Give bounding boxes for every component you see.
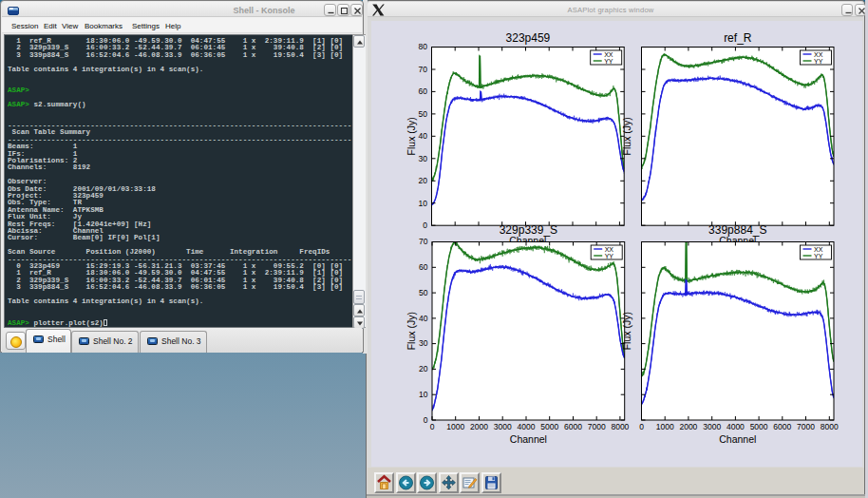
svg-text:10: 10 xyxy=(419,199,428,208)
svg-text:70: 70 xyxy=(419,65,428,74)
svg-text:5000: 5000 xyxy=(540,422,558,431)
svg-text:0: 0 xyxy=(639,422,644,431)
svg-text:6000: 6000 xyxy=(773,422,791,431)
svg-text:339p884_S: 339p884_S xyxy=(708,223,766,237)
svg-text:3000: 3000 xyxy=(703,422,721,431)
svg-text:7000: 7000 xyxy=(797,422,815,431)
svg-text:YY: YY xyxy=(604,58,613,65)
svg-text:0: 0 xyxy=(423,220,427,230)
svg-text:XX: XX xyxy=(605,246,614,253)
svg-text:8000: 8000 xyxy=(611,422,629,431)
svg-text:30: 30 xyxy=(419,338,428,348)
svg-text:Channel: Channel xyxy=(719,433,756,445)
svg-text:Flux (Jy): Flux (Jy) xyxy=(406,117,417,155)
svg-text:YY: YY xyxy=(605,253,614,259)
svg-text:40: 40 xyxy=(419,131,428,141)
svg-text:80: 80 xyxy=(419,42,428,51)
svg-text:Flux (Jy): Flux (Jy) xyxy=(621,117,632,155)
svg-text:2000: 2000 xyxy=(470,422,488,431)
svg-text:329p339_S: 329p339_S xyxy=(500,223,557,237)
svg-text:8000: 8000 xyxy=(821,422,839,431)
svg-text:1000: 1000 xyxy=(656,422,674,431)
svg-text:XX: XX xyxy=(814,246,823,253)
svg-text:4000: 4000 xyxy=(518,422,536,431)
svg-text:10: 10 xyxy=(419,390,428,399)
svg-text:Channel: Channel xyxy=(510,433,547,445)
svg-text:60: 60 xyxy=(419,262,428,272)
svg-text:30: 30 xyxy=(419,154,428,163)
svg-text:323p459: 323p459 xyxy=(506,31,551,45)
svg-text:70: 70 xyxy=(419,237,428,246)
svg-text:60: 60 xyxy=(419,86,428,96)
svg-text:50: 50 xyxy=(419,288,428,297)
svg-text:YY: YY xyxy=(814,253,823,259)
svg-text:5000: 5000 xyxy=(750,422,768,431)
svg-text:1000: 1000 xyxy=(446,422,464,431)
svg-text:20: 20 xyxy=(419,364,428,374)
svg-text:Flux (Jy): Flux (Jy) xyxy=(406,312,418,350)
svg-text:ref_R: ref_R xyxy=(724,31,752,45)
svg-text:XX: XX xyxy=(604,51,613,58)
svg-text:YY: YY xyxy=(814,58,823,65)
svg-text:Flux (Jy): Flux (Jy) xyxy=(621,312,632,350)
svg-text:40: 40 xyxy=(419,314,428,323)
svg-text:7000: 7000 xyxy=(588,422,606,431)
svg-text:2000: 2000 xyxy=(679,422,697,431)
svg-text:3000: 3000 xyxy=(494,422,512,431)
svg-text:4000: 4000 xyxy=(726,422,745,431)
svg-text:50: 50 xyxy=(419,109,428,119)
svg-text:0: 0 xyxy=(424,415,428,425)
svg-text:XX: XX xyxy=(814,51,823,58)
svg-text:20: 20 xyxy=(419,176,428,185)
svg-text:0: 0 xyxy=(430,422,435,431)
svg-text:6000: 6000 xyxy=(564,422,582,431)
